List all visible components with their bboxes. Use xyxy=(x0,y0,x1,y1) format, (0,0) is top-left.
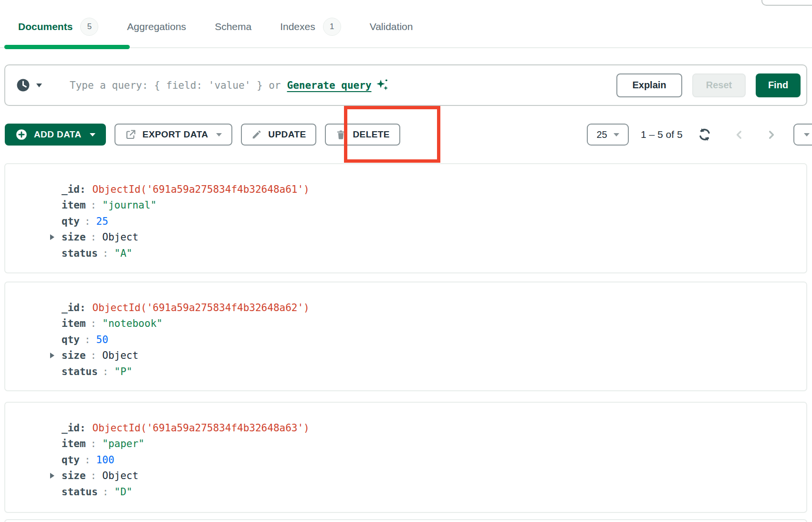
view-switch-dropdown[interactable] xyxy=(793,124,812,146)
pagination: 25 1 – 5 of 5 xyxy=(587,124,778,146)
field-value: 100 xyxy=(96,454,115,466)
document-field-row: size:Object xyxy=(62,348,806,364)
document-field-row: qty:50 xyxy=(62,332,806,348)
page-size-value: 25 xyxy=(596,129,607,140)
documents-toolbar: ADD DATA EXPORT DATA UPDATE xyxy=(5,124,400,146)
query-input[interactable]: Type a query: { field: 'value' } orGener… xyxy=(70,80,389,91)
field-key: item xyxy=(62,438,86,449)
documents-count-badge: 5 xyxy=(80,18,98,36)
export-data-button[interactable]: EXPORT DATA xyxy=(115,124,233,146)
export-icon xyxy=(125,129,136,140)
chevron-down-icon xyxy=(614,133,619,139)
add-data-button[interactable]: ADD DATA xyxy=(5,124,106,146)
reset-button[interactable]: Reset xyxy=(692,73,746,97)
field-value: "P" xyxy=(115,366,133,377)
field-key: qty xyxy=(62,334,80,345)
tab-label: Documents xyxy=(18,21,73,32)
document-field-row: qty:100 xyxy=(62,452,806,468)
chevron-left-icon xyxy=(733,128,746,141)
tab-documents[interactable]: Documents 5 xyxy=(18,18,98,36)
field-key: size xyxy=(62,231,86,243)
document-field-row: item:"journal" xyxy=(62,198,806,214)
explain-button[interactable]: Explain xyxy=(616,73,682,97)
field-key: item xyxy=(62,318,86,329)
tab-schema[interactable]: Schema xyxy=(215,21,251,32)
document-field-row: size:Object xyxy=(62,230,806,246)
tab-indexes[interactable]: Indexes 1 xyxy=(280,18,341,36)
chevron-down-icon xyxy=(90,133,95,139)
field-key: item xyxy=(62,199,86,211)
field-value: "journal" xyxy=(102,199,156,211)
field-key: status xyxy=(62,486,98,498)
colon: : xyxy=(84,334,91,345)
document-field-row: item:"notebook" xyxy=(62,316,806,332)
update-label: UPDATE xyxy=(268,129,306,140)
update-button[interactable]: UPDATE xyxy=(241,124,316,146)
document-card-partial xyxy=(4,519,807,522)
field-value: ObjectId('691a59a275834f4b32648a62') xyxy=(93,302,310,313)
field-key: _id xyxy=(62,184,80,195)
field-value: "paper" xyxy=(102,438,145,449)
active-tab-indicator xyxy=(4,45,130,49)
chevron-down-icon xyxy=(216,133,222,139)
colon: : xyxy=(84,454,91,466)
add-data-label: ADD DATA xyxy=(34,129,82,140)
documents-list: _id:ObjectId('691a59a275834f4b32648a61')… xyxy=(4,163,807,522)
generate-query-link[interactable]: Generate query xyxy=(287,80,372,91)
tab-label: Schema xyxy=(215,21,251,32)
query-bar: Type a query: { field: 'value' } orGener… xyxy=(4,64,807,106)
tab-aggregations[interactable]: Aggregations xyxy=(127,21,186,32)
field-value: 25 xyxy=(96,216,108,227)
delete-button[interactable]: DELETE xyxy=(325,124,400,146)
document-field-row: _id:ObjectId('691a59a275834f4b32648a61') xyxy=(62,181,806,198)
colon: : xyxy=(91,438,97,449)
tab-validation[interactable]: Validation xyxy=(370,21,413,32)
field-value: ObjectId('691a59a275834f4b32648a63') xyxy=(93,422,310,434)
colon: : xyxy=(91,318,97,329)
find-button[interactable]: Find xyxy=(756,73,801,97)
refresh-button[interactable] xyxy=(697,127,712,142)
prev-page-button[interactable] xyxy=(733,128,746,141)
query-history-dropdown[interactable] xyxy=(16,78,42,93)
colon: : xyxy=(84,216,91,227)
plus-circle-icon xyxy=(15,128,28,141)
field-value: Object xyxy=(102,470,138,481)
field-value: "notebook" xyxy=(102,318,162,329)
page-size-select[interactable]: 25 xyxy=(587,124,629,146)
topright-partial-button[interactable] xyxy=(761,0,812,6)
field-key: size xyxy=(62,350,86,361)
field-value: 50 xyxy=(96,334,108,345)
query-placeholder: Type a query: { field: 'value' } or xyxy=(70,80,281,91)
field-key: status xyxy=(62,248,98,259)
colon: : xyxy=(91,199,97,211)
collection-tabs: Documents 5 Aggregations Schema Indexes … xyxy=(18,13,413,40)
document-field-row: qty:25 xyxy=(62,213,806,230)
colon: : xyxy=(80,184,86,195)
tab-label: Validation xyxy=(370,21,413,32)
pencil-icon xyxy=(251,129,262,140)
colon: : xyxy=(80,302,86,313)
document-card: _id:ObjectId('691a59a275834f4b32648a62')… xyxy=(4,282,807,391)
document-field-row: status:"D" xyxy=(62,484,806,500)
chevron-right-icon xyxy=(765,128,778,141)
document-field-row: status:"A" xyxy=(62,245,806,261)
refresh-icon xyxy=(697,127,712,142)
document-field-row: _id:ObjectId('691a59a275834f4b32648a63') xyxy=(62,420,806,436)
document-field-row: size:Object xyxy=(62,468,806,484)
tab-label: Aggregations xyxy=(127,21,186,32)
colon: : xyxy=(91,231,97,243)
document-field-row: status:"P" xyxy=(62,364,806,380)
colon: : xyxy=(91,350,97,361)
chevron-down-icon xyxy=(36,84,42,90)
export-data-label: EXPORT DATA xyxy=(143,129,208,140)
field-key: size xyxy=(62,470,86,481)
colon: : xyxy=(103,486,109,498)
colon: : xyxy=(103,366,109,377)
chevron-down-icon xyxy=(804,133,810,139)
field-value: "A" xyxy=(115,248,133,259)
next-page-button[interactable] xyxy=(765,128,778,141)
expand-caret-icon[interactable] xyxy=(50,353,54,358)
document-card: _id:ObjectId('691a59a275834f4b32648a61')… xyxy=(4,163,807,273)
expand-caret-icon[interactable] xyxy=(50,473,54,479)
expand-caret-icon[interactable] xyxy=(50,234,54,240)
